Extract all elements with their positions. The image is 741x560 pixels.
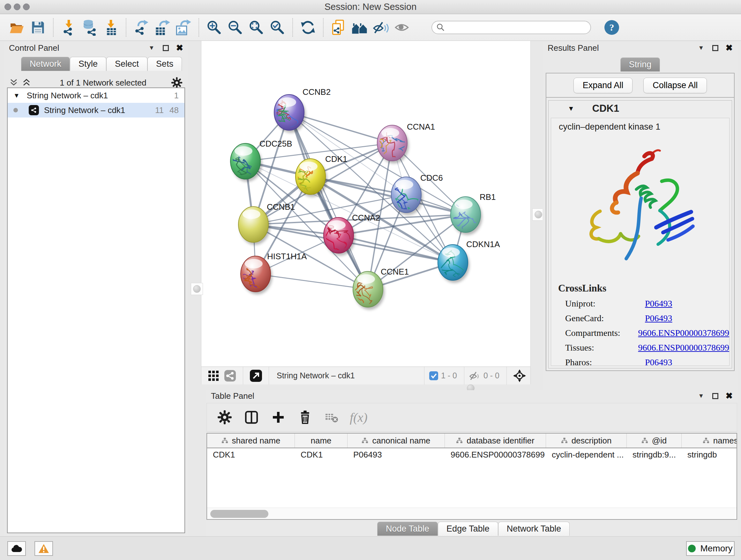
scrollbar-thumb[interactable] [210,510,268,518]
panel-menu-icon[interactable]: ▼ [698,44,704,51]
network-collection-label: String Network – cdk1 [27,91,108,101]
table-cell[interactable]: P06493 [347,448,445,462]
column-header-shared-name[interactable]: shared name [207,434,295,448]
delete-column-trash-icon[interactable] [296,408,314,426]
network-view-canvas[interactable]: CCNB2CCNA1CDC25BCDK1CDC6RB1CCNB1CCNA2CDK… [201,41,531,384]
column-header-name[interactable]: name [295,434,347,448]
tab-network[interactable]: Network [21,57,70,71]
import-network-database-button[interactable] [79,17,100,38]
expand-all-icon[interactable] [22,78,30,87]
table-cell[interactable]: CDK1 [207,448,295,462]
tab-style[interactable]: Style [70,57,106,71]
network-node-HIST1H1A[interactable]: HIST1H1A [238,252,307,294]
gene-section-header[interactable]: ▼ CDK1 [549,101,732,117]
show-columns-icon[interactable] [243,408,260,426]
panel-float-icon[interactable] [712,45,718,51]
warning-button[interactable] [35,541,53,556]
export-network-button[interactable] [131,17,152,38]
crosslink-link[interactable]: 9606.ENSP00000378699 [638,328,729,338]
zoom-in-button[interactable] [204,17,225,38]
toolbar-separator [243,367,243,385]
cloud-button[interactable] [7,541,26,556]
zoom-out-button[interactable] [225,17,246,38]
network-node-CDKN1A[interactable]: CDKN1A [438,240,500,292]
open-session-button[interactable] [6,17,27,38]
panel-float-icon[interactable] [163,45,169,51]
panel-close-icon[interactable]: ✖ [176,43,183,53]
thumbnail-grid-icon[interactable] [205,368,222,384]
search-input[interactable] [448,23,586,32]
collapse-all-button[interactable]: Collapse All [643,78,707,93]
tab-edge-table[interactable]: Edge Table [438,522,498,536]
table-row[interactable]: CDK1CDK1P064939606.ENSP00000378699cyclin… [207,448,737,462]
panel-close-icon[interactable]: ✖ [725,43,733,53]
selected-checkbox-icon[interactable] [429,371,439,381]
tab-string[interactable]: String [620,57,660,71]
close-window-button[interactable] [4,3,11,10]
panel-menu-icon[interactable]: ▼ [698,392,704,399]
birdseye-icon[interactable] [511,368,528,384]
column-header-description[interactable]: description [546,434,627,448]
minimize-window-button[interactable] [14,3,20,10]
import-table-file-button[interactable] [100,17,121,38]
tab-network-table[interactable]: Network Table [498,522,570,536]
network-node-RB1[interactable]: RB1 [448,192,496,246]
network-graph[interactable]: CCNB2CCNA1CDC25BCDK1CDC6RB1CCNB1CCNA2CDK… [201,41,530,367]
zoom-selected-button[interactable] [267,17,288,38]
hide-selected-button[interactable] [370,17,391,38]
new-network-from-selection-button[interactable] [328,17,349,38]
network-options-gear-icon[interactable] [171,77,183,88]
network-tree-root-row[interactable]: ▼ String Network – cdk1 1 [8,88,185,103]
expand-all-button[interactable]: Expand All [574,78,633,93]
delete-table-icon[interactable] [323,408,341,426]
panel-float-icon[interactable] [712,393,718,399]
table-cell[interactable]: 9606.ENSP00000378699 [445,448,546,462]
network-tree-row-selected[interactable]: String Network – cdk1 11 48 [8,103,185,118]
tab-sets[interactable]: Sets [147,57,182,71]
horizontal-scrollbar[interactable] [207,508,737,519]
function-builder-icon[interactable]: f(x) [350,408,367,426]
save-session-button[interactable] [27,17,49,38]
tree-expand-icon[interactable]: ▼ [13,92,20,99]
network-node-CCNA1[interactable]: CCNA1 [374,122,435,168]
export-image-icon [176,19,192,36]
table-cell[interactable]: cyclin-dependent ... [546,448,627,462]
table-settings-gear-icon[interactable] [216,408,233,426]
column-header-database-identifier[interactable]: database identifier [445,434,546,448]
detach-view-icon[interactable] [248,368,264,384]
first-neighbors-button[interactable] [349,17,370,38]
crosslink-link[interactable]: P06493 [645,299,672,309]
zoom-fit-button[interactable] [246,17,267,38]
show-all-button[interactable] [391,17,412,38]
table-cell[interactable]: stringdb [682,448,737,462]
panel-close-icon[interactable]: ✖ [725,391,733,401]
crosslink-link[interactable]: P06493 [645,313,672,323]
crosslink-link[interactable]: P06493 [645,357,672,366]
table-cell[interactable]: stringdb:9... [627,448,682,462]
column-header-@id[interactable]: @id [627,434,682,448]
hidden-eye-slash-icon[interactable] [469,370,481,381]
tab-node-table[interactable]: Node Table [377,522,438,536]
crosslink-link[interactable]: 9606.ENSP00000378699 [638,343,729,353]
tab-select[interactable]: Select [106,57,147,71]
add-column-icon[interactable] [269,408,287,426]
network-node-CDC6[interactable]: CDC6 [391,173,443,217]
zoom-window-button[interactable] [23,3,30,10]
import-network-file-button[interactable] [58,17,79,38]
column-header-namespace[interactable]: namespace [682,434,737,448]
help-button[interactable]: ? [604,20,619,35]
column-header-canonical-name[interactable]: canonical name [347,434,445,448]
selected-node-edge-counts: 1 - 0 [441,371,457,380]
collapse-all-icon[interactable] [10,78,18,87]
left-splitter-handle[interactable] [191,283,203,295]
export-image-button[interactable] [173,17,194,38]
export-table-button[interactable] [152,17,173,38]
table-cell[interactable]: CDK1 [295,448,347,462]
collapse-gene-icon[interactable]: ▼ [568,105,575,112]
memory-button[interactable]: Memory [686,541,735,556]
apply-layout-button[interactable] [297,17,319,38]
panel-menu-icon[interactable]: ▼ [149,44,155,51]
gene-name: CDK1 [592,103,619,114]
network-share-icon[interactable] [222,368,239,384]
network-node-CCNE1[interactable]: CCNE1 [352,267,409,321]
